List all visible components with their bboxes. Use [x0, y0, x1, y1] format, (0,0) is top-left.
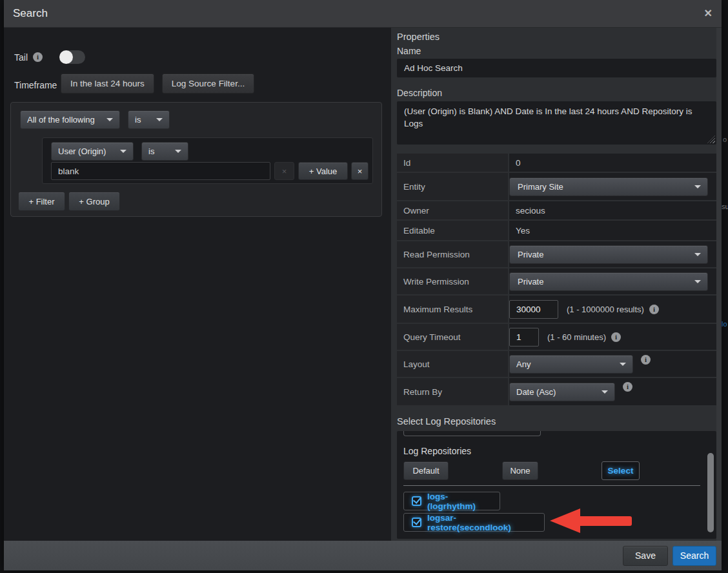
- write-permission-dropdown[interactable]: Private: [509, 272, 708, 291]
- select-button[interactable]: Select: [602, 461, 640, 480]
- read-permission-dropdown[interactable]: Private: [509, 245, 708, 264]
- table-row-return-by: Return By Date (Asc): [397, 378, 716, 405]
- dialog-titlebar: Search ✕: [4, 0, 722, 28]
- repo-item-label: logsar-restore(secondlook): [427, 513, 536, 532]
- checkbox-checked-icon[interactable]: [412, 518, 421, 527]
- toggle-knob: [59, 50, 73, 64]
- entity-value: Primary Site: [518, 182, 563, 192]
- chevron-down-icon: [694, 280, 701, 283]
- chevron-down-icon: [602, 390, 608, 394]
- properties-table: Id 0 Entity Primary Site Owne: [397, 154, 716, 405]
- default-button[interactable]: Default: [403, 461, 449, 480]
- tail-toggle[interactable]: [59, 50, 85, 64]
- filter-row: User (Origin) is × + Value ×: [42, 137, 373, 184]
- arrow-tail: [580, 516, 632, 526]
- repo-item-logs-logrhythm[interactable]: logs-(logrhythm): [403, 492, 500, 510]
- table-row-entity: Entity Primary Site: [397, 173, 716, 200]
- save-button[interactable]: Save: [623, 546, 668, 566]
- name-input[interactable]: [397, 59, 716, 77]
- row-value: Yes: [509, 221, 716, 240]
- table-row-write-permission: Write Permission Private: [397, 268, 716, 294]
- log-repositories-label: Log Repositories: [403, 446, 471, 456]
- checkbox-checked-icon[interactable]: [412, 496, 421, 506]
- chevron-down-icon: [694, 253, 701, 256]
- write-permission-value: Private: [518, 277, 543, 286]
- scrolled-element-edge: [403, 431, 541, 436]
- row-value: 0: [509, 154, 716, 172]
- row-label: Layout: [397, 351, 508, 377]
- return-by-dropdown[interactable]: Date (Asc): [509, 383, 615, 401]
- tail-label: Tail: [14, 52, 28, 63]
- chevron-down-icon: [120, 150, 126, 153]
- filter-group: All of the following is User (Origin): [10, 102, 382, 217]
- add-group-button[interactable]: + Group: [68, 192, 120, 211]
- description-text: (User (Origin) is Blank) AND Date is In …: [404, 106, 692, 128]
- search-button[interactable]: Search: [672, 546, 716, 566]
- entity-dropdown[interactable]: Primary Site: [509, 177, 708, 196]
- filter-operator-dropdown[interactable]: is: [141, 142, 188, 161]
- remove-filter-button[interactable]: ×: [351, 162, 369, 180]
- background-fragment: o: [723, 136, 727, 143]
- table-row-query-timeout: Query Timeout (1 - 60 minutes): [397, 324, 716, 350]
- repo-item-logsar-restore-secondlook[interactable]: logsar-restore(secondlook): [403, 513, 545, 532]
- chevron-down-icon: [620, 363, 626, 366]
- timeframe-label: Timeframe: [14, 80, 61, 90]
- read-permission-value: Private: [518, 250, 543, 259]
- group-operator-dropdown[interactable]: All of the following: [20, 110, 120, 129]
- filter-field-dropdown[interactable]: User (Origin): [51, 142, 134, 161]
- group-operator-value: All of the following: [27, 115, 95, 125]
- repo-scrollbar-thumb[interactable]: [707, 453, 714, 532]
- log-repositories-panel: Log Repositories Default None Select log…: [397, 431, 716, 539]
- row-value: secious: [509, 201, 716, 219]
- chevron-down-icon: [106, 118, 113, 121]
- properties-section-title: Properties: [397, 32, 716, 42]
- layout-dropdown[interactable]: Any: [509, 355, 633, 374]
- layout-info-icon[interactable]: [641, 355, 651, 365]
- chevron-down-icon: [156, 118, 163, 121]
- chevron-down-icon: [694, 185, 701, 188]
- table-row-layout: Layout Any: [397, 351, 716, 377]
- tail-info-icon[interactable]: [33, 52, 43, 62]
- maximum-results-info-icon[interactable]: [649, 305, 659, 314]
- row-label: Id: [397, 154, 508, 172]
- add-value-button[interactable]: + Value: [298, 162, 348, 180]
- add-filter-button[interactable]: + Filter: [18, 192, 65, 211]
- row-label: Maximum Results: [397, 296, 508, 323]
- filter-operator-value: is: [148, 146, 154, 156]
- resize-handle-icon[interactable]: [707, 136, 715, 143]
- description-textarea[interactable]: (User (Origin) is Blank) AND Date is In …: [397, 101, 716, 145]
- remove-value-button[interactable]: ×: [274, 162, 294, 180]
- chevron-down-icon: [175, 150, 181, 153]
- query-builder-pane: Tail Timeframe In the last 24 hours Log …: [4, 28, 391, 541]
- properties-pane: Properties Name Description (User (Origi…: [391, 28, 722, 541]
- table-row-maximum-results: Maximum Results (1 - 1000000 results): [397, 296, 716, 323]
- table-row-id: Id 0: [397, 154, 716, 172]
- table-row-editable: Editable Yes: [397, 221, 716, 240]
- filter-value-input[interactable]: [51, 162, 270, 180]
- close-icon[interactable]: ✕: [704, 8, 713, 19]
- row-label: Owner: [397, 201, 508, 219]
- background-fragment: su: [722, 203, 728, 210]
- name-label: Name: [397, 46, 716, 56]
- arrow-head: [550, 508, 580, 533]
- query-timeout-input[interactable]: [509, 328, 539, 347]
- row-label: Entity: [397, 173, 508, 200]
- maximum-results-input[interactable]: [509, 300, 558, 319]
- repo-item-label: logs-(logrhythm): [427, 492, 492, 511]
- layout-value: Any: [516, 359, 531, 369]
- row-label: Query Timeout: [397, 324, 508, 350]
- timeframe-button[interactable]: In the last 24 hours: [61, 74, 154, 94]
- query-timeout-info-icon[interactable]: [611, 332, 621, 342]
- return-by-info-icon[interactable]: [623, 382, 632, 392]
- table-row-read-permission: Read Permission Private: [397, 241, 716, 267]
- none-button[interactable]: None: [502, 461, 538, 480]
- row-label: Return By: [397, 378, 508, 405]
- dialog-title: Search: [13, 7, 48, 20]
- select-log-repositories-title: Select Log Repositories: [397, 416, 716, 427]
- dialog-footer: Save Search: [4, 541, 722, 570]
- description-label: Description: [397, 88, 716, 98]
- scroll-gutter[interactable]: [716, 28, 722, 541]
- log-source-filter-button[interactable]: Log Source Filter...: [162, 74, 254, 94]
- row-label: Read Permission: [397, 241, 508, 267]
- group-condition-dropdown[interactable]: is: [128, 110, 170, 129]
